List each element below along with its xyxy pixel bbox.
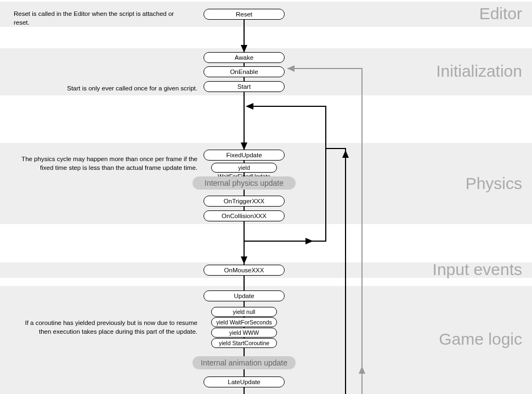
- node-yieldstart: yield StartCoroutine: [211, 338, 277, 348]
- node-update: Update: [203, 290, 285, 301]
- desc-physics: The physics cycle may happen more than o…: [16, 155, 197, 172]
- title-input: Input events: [433, 260, 522, 279]
- desc-editor: Reset is called in the Editor when the s…: [14, 10, 189, 27]
- node-start: Start: [203, 81, 285, 92]
- node-onmouse: OnMouseXXX: [203, 265, 285, 276]
- node-yieldseconds: yield WaitForSeconds: [211, 317, 277, 327]
- node-internalphys: Internal physics update: [193, 176, 296, 190]
- node-ontrigger: OnTriggerXXX: [203, 196, 285, 207]
- node-reset: Reset: [203, 9, 285, 20]
- title-editor: Editor: [479, 4, 522, 23]
- node-internalanim: Internal animation update: [193, 356, 296, 369]
- node-yieldfixed: yield WaitForFixedUpdate: [211, 163, 277, 173]
- node-awake: Awake: [203, 52, 285, 63]
- title-physics: Physics: [466, 174, 522, 193]
- node-lateupdate: LateUpdate: [203, 376, 285, 387]
- title-game: Game logic: [439, 330, 522, 349]
- node-oncollision: OnCollisionXXX: [203, 210, 285, 221]
- node-yieldwww: yield WWW: [211, 328, 277, 338]
- title-init: Initialization: [436, 62, 522, 81]
- node-yieldnull: yield null: [211, 307, 277, 317]
- node-onenable: OnEnable: [203, 66, 285, 77]
- node-fixedupdate: FixedUpdate: [203, 150, 285, 161]
- desc-game: If a coroutine has yielded previously bu…: [25, 319, 197, 336]
- desc-init: Start is only ever called once for a giv…: [33, 84, 197, 93]
